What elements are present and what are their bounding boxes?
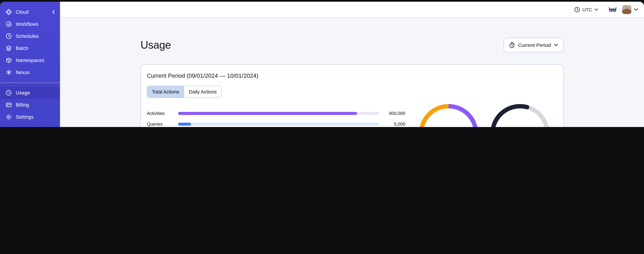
sidebar-item-label: Batch <box>16 46 28 51</box>
settings-gear-icon <box>5 114 12 120</box>
user-avatar[interactable] <box>622 5 631 14</box>
sidebar-item-billing[interactable]: Billing <box>0 99 60 111</box>
timezone-selector[interactable]: UTC <box>574 7 598 12</box>
usage-gauge-icon <box>5 90 12 96</box>
sidebar-item-schedules[interactable]: Schedules <box>0 30 60 42</box>
bar-value: 5,000 <box>379 122 405 126</box>
page-title: Usage <box>140 39 171 51</box>
sidebar-item-cloud[interactable]: Cloud <box>0 6 60 18</box>
app-window: Cloud Workflows Schedules <box>0 2 644 127</box>
total-storage-donut: 0 GB/Day Total Storage <box>490 104 550 127</box>
bar-row-queries: Queries 5,000 <box>147 118 405 127</box>
sidebar-item-label: Schedules <box>16 34 39 39</box>
chevron-down-icon <box>554 44 558 46</box>
period-selector-label: Current Period <box>518 42 551 48</box>
clock-icon <box>574 7 580 12</box>
sidebar-item-usage[interactable]: Usage <box>0 87 60 99</box>
screen: Cloud Workflows Schedules <box>0 0 644 127</box>
total-actions-donut: 4.7 MM Total Actions <box>419 104 478 127</box>
sidebar-item-namespaces[interactable]: Namespaces <box>0 54 60 66</box>
timezone-label: UTC <box>582 7 592 12</box>
content: Usage Current Period Current Period (09/… <box>60 18 644 127</box>
workflows-icon <box>5 21 12 28</box>
sidebar-item-label: Billing <box>16 102 29 108</box>
stopwatch-icon <box>509 42 515 48</box>
card-heading: Current Period (09/01/2024 — 10/01/2024) <box>147 72 556 80</box>
sidebar-item-label: Nexus <box>16 70 30 75</box>
sidebar-item-batch[interactable]: Batch <box>0 42 60 54</box>
bar-fill <box>178 112 357 115</box>
total-actions-value: 4.7 MM <box>438 127 459 127</box>
account-chevron-down-icon[interactable] <box>634 8 638 11</box>
main-area: UTC Usage Current Period <box>60 2 644 127</box>
chevron-down-icon <box>594 8 598 11</box>
nexus-icon <box>5 69 12 76</box>
total-storage-value: 0 GB/Day <box>506 127 534 127</box>
bar-track <box>178 122 379 126</box>
bar-label: Activities <box>147 111 178 116</box>
sidebar-item-label: Settings <box>16 114 34 120</box>
billing-card-icon <box>5 102 12 108</box>
feedback-glasses-icon[interactable] <box>609 7 616 12</box>
tab-daily-actions[interactable]: Daily Actions <box>184 86 222 98</box>
bar-track <box>178 112 379 115</box>
schedules-icon <box>5 33 12 40</box>
sidebar-item-nexus[interactable]: Nexus <box>0 66 60 78</box>
namespaces-cube-icon <box>5 57 12 64</box>
sidebar-item-workflows[interactable]: Workflows <box>0 18 60 30</box>
batch-layers-icon <box>5 45 12 52</box>
bar-fill <box>178 122 191 126</box>
sidebar-item-settings[interactable]: Settings <box>0 111 60 123</box>
temporal-logo-icon <box>5 9 12 16</box>
period-selector-button[interactable]: Current Period <box>504 38 564 52</box>
sidebar-item-label: Namespaces <box>16 58 44 63</box>
sidebar-collapse-icon[interactable] <box>51 10 56 14</box>
tab-total-actions[interactable]: Total Actions <box>147 86 184 98</box>
bar-value: 900,000 <box>379 111 405 116</box>
actions-tab-group: Total Actions Daily Actions <box>147 86 222 98</box>
sidebar: Cloud Workflows Schedules <box>0 2 60 127</box>
actions-bar-chart: Activities 900,000 Queries 5,000 <box>147 108 405 127</box>
sidebar-item-label: Cloud <box>16 10 29 15</box>
sidebar-item-label: Usage <box>16 90 30 96</box>
bar-label: Queries <box>147 122 178 126</box>
topbar: UTC <box>60 2 644 18</box>
sidebar-divider <box>0 82 60 83</box>
current-period-card: Current Period (09/01/2024 — 10/01/2024)… <box>140 64 564 127</box>
sidebar-item-label: Workflows <box>16 22 38 27</box>
bar-row-activities: Activities 900,000 <box>147 108 405 118</box>
